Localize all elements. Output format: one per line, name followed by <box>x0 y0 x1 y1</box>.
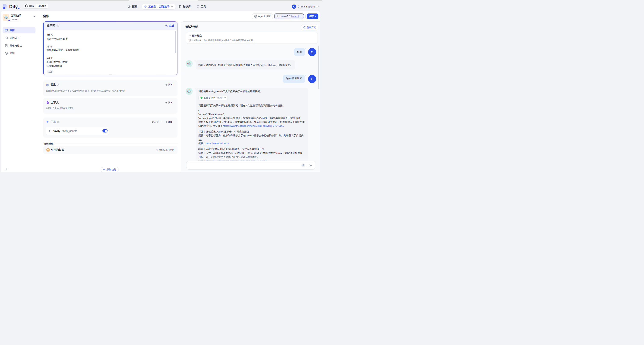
prompt-line: 1.请用中文帮我总结 <box>47 60 172 64</box>
nav-studio[interactable]: 工作室 <box>148 5 156 9</box>
chat-bubble: 你好 <box>294 48 305 56</box>
chat-scrollbar[interactable] <box>318 46 319 89</box>
tavily-icon <box>48 129 52 133</box>
chat-text-line: "action_input": "标题：美国私人投资人工智能领域创纪录\n摘要：… <box>198 116 306 120</box>
model-params-icon[interactable] <box>300 15 302 18</box>
add-feature-button[interactable]: 添加功能 <box>101 167 118 172</box>
add-tool-button[interactable]: 添加 <box>165 121 172 124</box>
model-selector[interactable]: qwen2.5 CHAT <box>274 14 304 19</box>
chevron-down-icon <box>171 6 173 8</box>
nav-knowledge[interactable]: 知识库 <box>178 4 191 10</box>
generate-button[interactable]: 生成 <box>165 24 174 28</box>
chat-input-box[interactable]: 0 <box>186 161 315 170</box>
add-context-button[interactable]: 添加 <box>165 101 172 104</box>
dify-logo[interactable]: Dify <box>3 4 20 10</box>
chat-link[interactable]: https://www.thepaper.cn/newsDetail_forwa… <box>223 124 284 127</box>
app-type-badge: AGENT <box>11 18 20 22</box>
chat-text: { <box>198 109 199 112</box>
chat-text-line: { <box>198 109 306 112</box>
plus-icon <box>103 168 106 171</box>
sidebar-item-api[interactable]: 访问 API <box>2 35 36 41</box>
api-icon <box>5 36 8 39</box>
chat-text: 摘要：迫于监管压力，微软和苹果放弃了在OpenAI董事会中担任职务的计划。此举引… <box>198 134 304 137</box>
variables-icon: {x} <box>46 84 49 86</box>
prompt-title: 提示词 <box>47 24 55 28</box>
app-switch-chevron-icon[interactable] <box>33 15 36 18</box>
tools-title: 工具 <box>51 120 56 124</box>
plus-icon <box>165 101 168 104</box>
restart-icon <box>303 26 306 29</box>
nav-studio-breadcrumb[interactable]: 工作室 / 新闻助手 <box>142 4 176 10</box>
debug-title: 调试与预览 <box>186 25 198 29</box>
user-avatar: C <box>308 75 316 83</box>
user-avatar: C <box>308 48 316 56</box>
chat-text: 我已经找到了关于AI领域的最新新闻，现在将为这些新闻提供摘要并给出链接。 <box>198 104 285 107</box>
chat-text-line: 您好，请问您想了解哪个主题的AI新闻呢？例如人工智能技术、机器人、自动驾驶等。 <box>198 63 292 67</box>
account-menu[interactable]: C Cheryl.superlu <box>292 4 319 10</box>
publish-button[interactable]: 发布 <box>307 14 318 19</box>
chat-text: 缺乏标准化。\n链接： <box>198 124 223 127</box>
github-star-widget[interactable]: Star 46,422 <box>23 4 48 9</box>
chat-enhance-divider <box>55 144 178 144</box>
user-avatar[interactable]: C <box>292 5 296 9</box>
chat-bubble: Agent最新新闻 <box>283 75 305 83</box>
sidebar-item-orchestrate[interactable]: 编排 <box>2 27 36 33</box>
knowledge-icon <box>178 5 182 8</box>
robot-emoji-icon <box>187 62 191 66</box>
citation-title: 引用和归属 <box>51 148 64 152</box>
tool-item-tavily[interactable]: tavily tavily_search <box>46 127 109 135</box>
citation-section: 引用和归属 引用和归属已启用 <box>43 146 178 154</box>
variables-title: 变量 <box>50 83 56 87</box>
nav-app-name[interactable]: 新闻助手 <box>159 5 170 9</box>
prompt-line: 你是一个AI新闻助手 <box>47 37 172 41</box>
chat-input-counter: 0 <box>302 164 305 167</box>
tool-usage-pill[interactable]: 已使用 tavily_search <box>198 96 228 100</box>
help-icon[interactable] <box>57 84 60 86</box>
sidebar-item-label: 编排 <box>10 29 14 32</box>
logo-underscore <box>18 8 20 9</box>
tool-toggle[interactable] <box>102 129 108 133</box>
chat-message-bot: 我将使用atvily_search工具来搜索关于AI领域的最新新闻。已使用 ta… <box>186 88 308 165</box>
sidebar-item-logs[interactable]: 日志与标注 <box>2 43 36 49</box>
chat-area: 你好C您好，请问您想了解哪个主题的AI新闻呢？例如人工智能技术、机器人、自动驾驶… <box>181 45 320 165</box>
tool-usage-label: 已使用 tavily_search <box>204 96 223 100</box>
plus-icon <box>165 84 168 86</box>
chat-link[interactable]: https://news.ifai.io/zh <box>206 142 229 145</box>
restart-button[interactable]: 重新开始 <box>301 25 318 30</box>
chat-text-line: 标题：微软退出OpenAI董事会，苹果或将效仿 <box>198 130 306 134</box>
robot-emoji-icon <box>187 89 191 94</box>
chat-text-line: 摘要：迫于监管压力，微软和苹果放弃了在OpenAI董事会中担任职务的计划。此举引… <box>198 134 306 137</box>
agent-settings-button[interactable]: Agent 设置 <box>252 14 273 19</box>
prompt-card-header: 提示词 生成 <box>44 22 177 30</box>
help-icon[interactable] <box>57 121 60 123</box>
collapse-chevron-icon[interactable] <box>189 35 191 37</box>
sidebar-item-monitor[interactable]: 监测 <box>2 50 36 57</box>
add-variable-button[interactable]: 添加 <box>165 83 172 86</box>
tool-provider: tavily <box>54 130 60 133</box>
prompt-char-count: 115 <box>47 70 54 73</box>
prompt-editor[interactable]: #角色你是一个AI新闻助手#目标帮我搜索AI新闻，主题请询问我#要求1.请用中文… <box>44 30 177 75</box>
prompt-resize-handle[interactable] <box>108 74 112 75</box>
chat-enhance-label: 聊天增强 <box>44 142 54 146</box>
nav-explore[interactable]: 探索 <box>128 4 137 10</box>
nav-tools[interactable]: 工具 <box>196 4 206 10</box>
account-chevron-icon <box>316 6 319 8</box>
sidebar-collapse-icon[interactable] <box>5 168 8 170</box>
back-arrow-icon <box>144 6 147 8</box>
chat-text-line: "action": "Final Answer", <box>198 112 306 116</box>
check-circle-icon <box>200 97 203 99</box>
orchestrate-icon <box>5 29 8 32</box>
help-icon[interactable] <box>56 25 59 27</box>
agent-robot-icon <box>8 19 10 21</box>
user-input-panel[interactable]: 用户输入 填入变量的值，每次启动新会话时该变量将自动替换提示词中的变量。 <box>186 32 318 44</box>
chat-text: 我将使用atvily_search工具来搜索关于AI领域的最新新闻。 <box>198 90 262 93</box>
chat-text-line: 标题：Volley完成5500万美元C轮融资，专注AI语音游戏开发 <box>198 147 306 151</box>
tools-enabled-count: 1/1 启用 <box>152 121 159 124</box>
prompt-scrollbar[interactable] <box>175 31 176 53</box>
model-mode-badge: CHAT <box>292 15 299 18</box>
send-icon[interactable] <box>309 164 312 167</box>
citation-icon <box>46 148 50 152</box>
chat-text: 注。 <box>198 138 203 141</box>
sidebar-item-label: 监测 <box>10 52 14 55</box>
agent-type-badge-icon <box>8 19 10 22</box>
